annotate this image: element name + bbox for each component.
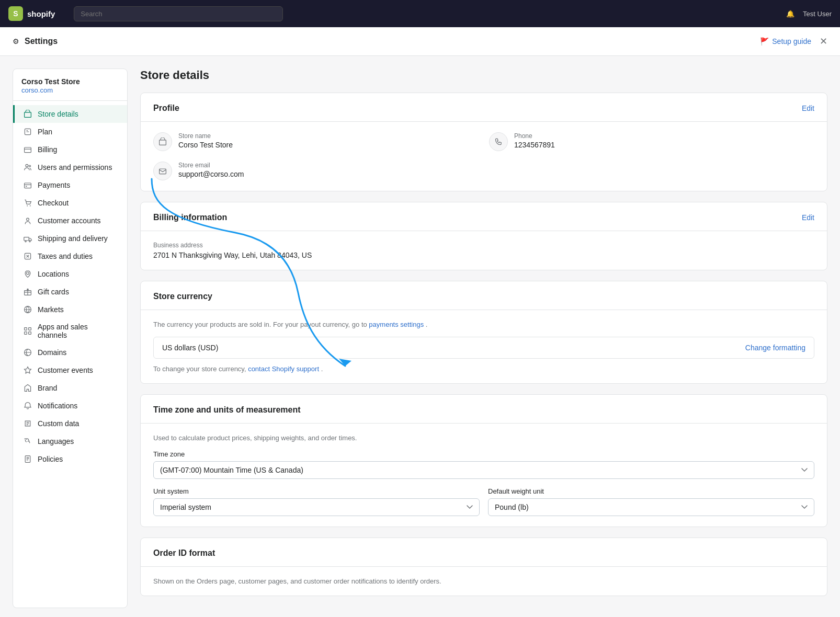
billing-info-card: Billing information Edit Business addres… (140, 202, 827, 270)
policies-icon (23, 454, 32, 464)
svg-rect-6 (26, 186, 27, 187)
unit-system-group: Unit system Imperial systemMetric system (153, 487, 480, 516)
profile-grid: Store name Corso Test Store Phon (153, 132, 814, 180)
sidebar-item-label: Billing (38, 145, 57, 154)
timezone-select[interactable]: (GMT-07:00) Mountain Time (US & Canada)(… (153, 461, 814, 479)
sidebar-item-plan[interactable]: Plan (13, 123, 127, 141)
unit-system-label: Unit system (153, 487, 480, 495)
profile-card: Profile Edit Store name (140, 93, 827, 191)
close-button[interactable]: ✕ (820, 36, 827, 47)
sidebar-item-label: Notifications (38, 402, 77, 410)
apps-icon (23, 326, 32, 336)
contact-shopify-link[interactable]: contact Shopify support (248, 365, 319, 373)
billing-card-body: Business address 2701 N Thanksgiving Way… (141, 231, 827, 270)
sidebar-item-customer-accounts[interactable]: Customer accounts (13, 212, 127, 230)
sidebar-item-billing[interactable]: Billing (13, 141, 127, 158)
email-label: Store email (178, 162, 244, 169)
email-value: support@corso.com (178, 170, 244, 178)
sidebar-item-custom-data[interactable]: Custom data (13, 415, 127, 432)
timezone-card-header: Time zone and units of measurement (141, 395, 827, 424)
sidebar-item-locations[interactable]: Locations (13, 265, 127, 283)
top-bar-right: 🔔 Test User (786, 10, 832, 18)
sidebar-item-taxes[interactable]: Taxes and duties (13, 247, 127, 265)
phone-info: Phone 1234567891 (514, 132, 555, 149)
sidebar-item-languages[interactable]: Languages (13, 432, 127, 450)
search-input[interactable] (74, 6, 283, 21)
sidebar-item-label: Domains (38, 348, 66, 357)
users-icon (23, 163, 32, 172)
billing-section-title: Billing information (153, 213, 227, 222)
search-container (74, 6, 283, 21)
svg-rect-0 (25, 112, 31, 118)
phone-field: Phone 1234567891 (489, 132, 814, 151)
timezone-group: Time zone (GMT-07:00) Mountain Time (US … (153, 450, 814, 479)
currency-box: US dollars (USD) Change formatting (153, 337, 814, 359)
svg-rect-2 (25, 147, 31, 153)
billing-edit-button[interactable]: Edit (802, 213, 814, 222)
email-field: Store email support@corso.com (153, 162, 479, 180)
settings-header: ⚙ Settings 🚩 Setup guide ✕ (0, 27, 840, 56)
sidebar-item-label: Users and permissions (38, 163, 112, 172)
sidebar-item-markets[interactable]: Markets (13, 301, 127, 318)
store-name-field: Store name Corso Test Store (153, 132, 479, 151)
sidebar-item-payments[interactable]: Payments (13, 176, 127, 194)
page-title: Store details (140, 68, 827, 82)
profile-edit-button[interactable]: Edit (802, 104, 814, 112)
sidebar-item-policies[interactable]: Policies (13, 450, 127, 468)
svg-point-12 (29, 241, 30, 242)
order-id-description: Shown on the Orders page, customer pages… (153, 577, 814, 585)
locations-icon (23, 269, 32, 279)
billing-icon (23, 145, 32, 154)
setup-guide-button[interactable]: 🚩 Setup guide (760, 37, 811, 45)
sidebar-store-url[interactable]: corso.com (21, 86, 53, 94)
checkout-icon (23, 198, 32, 208)
sidebar-item-label: Brand (38, 384, 57, 392)
sidebar-item-label: Markets (38, 305, 64, 314)
plan-icon (23, 127, 32, 136)
change-formatting-button[interactable]: Change formatting (745, 344, 805, 352)
currency-section-title: Store currency (153, 292, 212, 301)
settings-header-right: 🚩 Setup guide ✕ (760, 36, 827, 47)
sidebar-item-label: Plan (38, 128, 52, 136)
order-id-card-header: Order ID format (141, 538, 827, 567)
notifications-icon (23, 401, 32, 410)
phone-label: Phone (514, 132, 555, 140)
settings-body: Corso Test Store corso.com Store details… (0, 56, 840, 617)
sidebar-item-users-permissions[interactable]: Users and permissions (13, 158, 127, 176)
svg-rect-23 (160, 140, 166, 145)
sidebar-item-gift-cards[interactable]: Gift cards (13, 283, 127, 301)
sidebar-item-label: Payments (38, 181, 70, 189)
payments-settings-link[interactable]: payments settings (369, 321, 424, 328)
sidebar-item-apps-sales-channels[interactable]: Apps and sales channels (13, 318, 127, 344)
sidebar-item-label: Checkout (38, 199, 69, 207)
notification-icon[interactable]: 🔔 (786, 10, 794, 18)
sidebar-item-label: Shipping and delivery (38, 234, 108, 243)
flag-icon: 🚩 (760, 37, 769, 45)
sidebar-item-store-details[interactable]: Store details (13, 105, 127, 123)
sidebar-item-label: Customer events (38, 366, 93, 374)
customer-events-icon (23, 365, 32, 375)
weight-unit-select[interactable]: Pound (lb)Ounce (oz)Kilogram (kg)Gram (g… (488, 498, 814, 516)
change-note-end: . (321, 365, 323, 373)
sidebar-item-brand[interactable]: Brand (13, 379, 127, 397)
sidebar-item-customer-events[interactable]: Customer events (13, 361, 127, 379)
svg-rect-20 (29, 332, 31, 335)
unit-weight-row: Unit system Imperial systemMetric system… (153, 487, 814, 516)
sidebar-item-domains[interactable]: Domains (13, 344, 127, 361)
unit-system-select[interactable]: Imperial systemMetric system (153, 498, 480, 516)
default-weight-label: Default weight unit (488, 487, 814, 495)
order-id-card: Order ID format Shown on the Orders page… (140, 538, 827, 596)
sidebar-item-checkout[interactable]: Checkout (13, 194, 127, 212)
currency-desc-end: . (426, 321, 428, 328)
sidebar-item-notifications[interactable]: Notifications (13, 397, 127, 415)
sidebar-item-shipping[interactable]: Shipping and delivery (13, 230, 127, 247)
setup-guide-label: Setup guide (772, 37, 811, 45)
sidebar-item-label: Apps and sales channels (38, 323, 119, 339)
svg-rect-24 (160, 169, 166, 174)
settings-sidebar: Corso Test Store corso.com Store details… (13, 68, 128, 608)
settings-header-left: ⚙ Settings (13, 37, 58, 46)
settings-title: Settings (25, 37, 58, 46)
weight-unit-group: Default weight unit Pound (lb)Ounce (oz)… (488, 487, 814, 516)
currency-value: US dollars (USD) (162, 344, 218, 352)
svg-rect-22 (25, 456, 30, 463)
